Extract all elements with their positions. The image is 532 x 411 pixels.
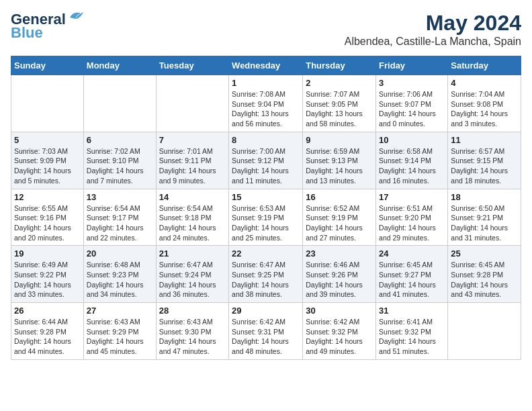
day-info: Sunrise: 6:48 AMSunset: 9:23 PMDaylight:… [87,260,153,300]
day-number: 11 [451,135,518,145]
day-number: 14 [159,192,226,202]
calendar-cell: 6Sunrise: 7:02 AMSunset: 9:10 PMDaylight… [83,132,156,189]
day-number: 5 [14,135,81,145]
calendar-cell: 28Sunrise: 6:43 AMSunset: 9:30 PMDayligh… [156,303,228,360]
calendar-cell [11,75,84,132]
day-number: 16 [306,192,373,202]
calendar-cell: 9Sunrise: 6:59 AMSunset: 9:13 PMDaylight… [303,132,376,189]
calendar-cell: 24Sunrise: 6:45 AMSunset: 9:27 PMDayligh… [376,246,448,303]
calendar-cell: 8Sunrise: 7:00 AMSunset: 9:12 PMDaylight… [229,132,303,189]
logo-blue: Blue [11,24,43,42]
day-info: Sunrise: 6:45 AMSunset: 9:27 PMDaylight:… [379,260,445,300]
day-number: 30 [306,306,373,316]
day-info: Sunrise: 6:57 AMSunset: 9:15 PMDaylight:… [451,146,518,186]
day-number: 9 [306,135,373,145]
day-info: Sunrise: 6:51 AMSunset: 9:20 PMDaylight:… [379,203,445,243]
calendar-cell: 14Sunrise: 6:54 AMSunset: 9:18 PMDayligh… [156,189,228,246]
day-info: Sunrise: 6:54 AMSunset: 9:18 PMDaylight:… [159,203,226,243]
day-number: 6 [87,135,153,145]
calendar-header-row: SundayMondayTuesdayWednesdayThursdayFrid… [11,56,521,75]
calendar-cell: 2Sunrise: 7:07 AMSunset: 9:05 PMDaylight… [303,75,376,132]
day-info: Sunrise: 7:04 AMSunset: 9:08 PMDaylight:… [451,89,518,129]
calendar-cell: 31Sunrise: 6:41 AMSunset: 9:32 PMDayligh… [376,303,448,360]
day-info: Sunrise: 6:42 AMSunset: 9:32 PMDaylight:… [306,317,373,357]
day-number: 24 [379,248,445,259]
day-info: Sunrise: 6:44 AMSunset: 9:28 PMDaylight:… [14,317,81,357]
calendar-cell [448,303,521,360]
calendar-body: 1Sunrise: 7:08 AMSunset: 9:04 PMDaylight… [11,75,521,360]
day-number: 25 [451,248,518,259]
calendar-cell: 30Sunrise: 6:42 AMSunset: 9:32 PMDayligh… [303,303,376,360]
day-number: 7 [159,135,226,145]
day-info: Sunrise: 6:55 AMSunset: 9:16 PMDaylight:… [14,203,81,243]
day-info: Sunrise: 6:41 AMSunset: 9:32 PMDaylight:… [379,317,445,357]
logo: General Blue [11,11,86,42]
day-number: 31 [379,306,445,316]
day-info: Sunrise: 6:45 AMSunset: 9:28 PMDaylight:… [451,260,518,300]
day-number: 21 [159,248,226,259]
day-number: 22 [232,248,300,259]
day-number: 13 [87,192,153,202]
calendar-cell: 12Sunrise: 6:55 AMSunset: 9:16 PMDayligh… [11,189,84,246]
calendar-cell [83,75,156,132]
page-header: General Blue May 2024 Albendea, Castille… [11,11,521,48]
calendar-week-row: 12Sunrise: 6:55 AMSunset: 9:16 PMDayligh… [11,189,521,246]
calendar-week-row: 19Sunrise: 6:49 AMSunset: 9:22 PMDayligh… [11,246,521,303]
calendar-table: SundayMondayTuesdayWednesdayThursdayFrid… [11,56,521,360]
calendar-cell: 29Sunrise: 6:42 AMSunset: 9:31 PMDayligh… [229,303,303,360]
day-info: Sunrise: 6:53 AMSunset: 9:19 PMDaylight:… [232,203,300,243]
calendar-cell: 25Sunrise: 6:45 AMSunset: 9:28 PMDayligh… [448,246,521,303]
day-info: Sunrise: 7:00 AMSunset: 9:12 PMDaylight:… [232,146,300,186]
calendar-cell: 16Sunrise: 6:52 AMSunset: 9:19 PMDayligh… [303,189,376,246]
day-number: 12 [14,192,81,202]
day-info: Sunrise: 6:42 AMSunset: 9:31 PMDaylight:… [232,317,300,357]
day-info: Sunrise: 6:50 AMSunset: 9:21 PMDaylight:… [451,203,518,243]
calendar-cell: 7Sunrise: 7:01 AMSunset: 9:11 PMDaylight… [156,132,228,189]
day-number: 3 [379,78,445,88]
calendar-cell: 18Sunrise: 6:50 AMSunset: 9:21 PMDayligh… [448,189,521,246]
day-info: Sunrise: 6:43 AMSunset: 9:29 PMDaylight:… [87,317,153,357]
day-number: 1 [232,78,300,88]
day-info: Sunrise: 6:54 AMSunset: 9:17 PMDaylight:… [87,203,153,243]
day-number: 26 [14,306,81,316]
calendar-cell [156,75,228,132]
column-header-tuesday: Tuesday [156,56,228,75]
column-header-thursday: Thursday [303,56,376,75]
day-number: 17 [379,192,445,202]
main-title: May 2024 [345,11,521,36]
day-info: Sunrise: 7:08 AMSunset: 9:04 PMDaylight:… [232,89,300,129]
calendar-week-row: 1Sunrise: 7:08 AMSunset: 9:04 PMDaylight… [11,75,521,132]
calendar-cell: 26Sunrise: 6:44 AMSunset: 9:28 PMDayligh… [11,303,84,360]
calendar-cell: 13Sunrise: 6:54 AMSunset: 9:17 PMDayligh… [83,189,156,246]
calendar-cell: 27Sunrise: 6:43 AMSunset: 9:29 PMDayligh… [83,303,156,360]
day-info: Sunrise: 7:01 AMSunset: 9:11 PMDaylight:… [159,146,226,186]
column-header-friday: Friday [376,56,448,75]
day-info: Sunrise: 7:07 AMSunset: 9:05 PMDaylight:… [306,89,373,129]
calendar-cell: 11Sunrise: 6:57 AMSunset: 9:15 PMDayligh… [448,132,521,189]
calendar-cell: 19Sunrise: 6:49 AMSunset: 9:22 PMDayligh… [11,246,84,303]
day-number: 27 [87,306,153,316]
column-header-monday: Monday [83,56,156,75]
day-info: Sunrise: 7:02 AMSunset: 9:10 PMDaylight:… [87,146,153,186]
calendar-cell: 10Sunrise: 6:58 AMSunset: 9:14 PMDayligh… [376,132,448,189]
day-number: 8 [232,135,300,145]
day-info: Sunrise: 6:47 AMSunset: 9:25 PMDaylight:… [232,260,300,300]
calendar-cell: 5Sunrise: 7:03 AMSunset: 9:09 PMDaylight… [11,132,84,189]
column-header-sunday: Sunday [11,56,84,75]
calendar-cell: 1Sunrise: 7:08 AMSunset: 9:04 PMDaylight… [229,75,303,132]
day-info: Sunrise: 6:58 AMSunset: 9:14 PMDaylight:… [379,146,445,186]
day-number: 29 [232,306,300,316]
logo-bird-icon [67,8,86,23]
day-info: Sunrise: 7:06 AMSunset: 9:07 PMDaylight:… [379,89,445,129]
day-info: Sunrise: 6:46 AMSunset: 9:26 PMDaylight:… [306,260,373,300]
day-info: Sunrise: 6:52 AMSunset: 9:19 PMDaylight:… [306,203,373,243]
day-number: 19 [14,248,81,259]
day-number: 10 [379,135,445,145]
calendar-cell: 20Sunrise: 6:48 AMSunset: 9:23 PMDayligh… [83,246,156,303]
calendar-cell: 4Sunrise: 7:04 AMSunset: 9:08 PMDaylight… [448,75,521,132]
day-number: 2 [306,78,373,88]
calendar-cell: 22Sunrise: 6:47 AMSunset: 9:25 PMDayligh… [229,246,303,303]
day-number: 15 [232,192,300,202]
calendar-cell: 23Sunrise: 6:46 AMSunset: 9:26 PMDayligh… [303,246,376,303]
column-header-wednesday: Wednesday [229,56,303,75]
